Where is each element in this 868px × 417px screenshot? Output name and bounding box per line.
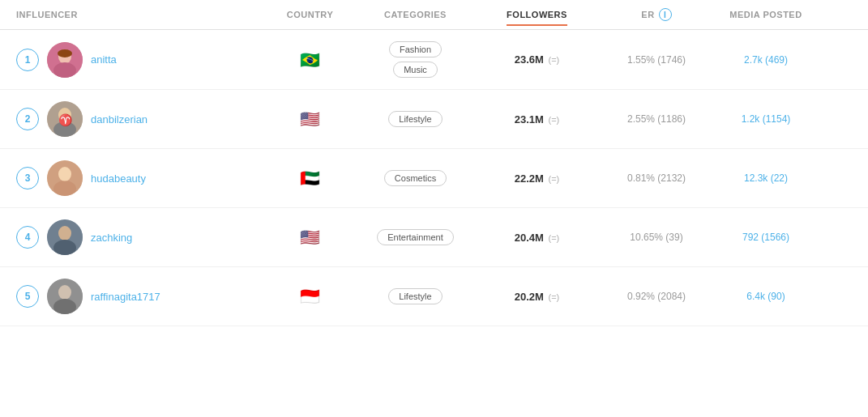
influencer-cell: 4 zachking — [0, 219, 259, 255]
avatar — [47, 219, 83, 255]
followers-eq: (=) — [549, 55, 560, 65]
svg-point-3 — [58, 49, 72, 57]
categories-cell: FashionMusic — [361, 41, 470, 78]
avatar — [47, 160, 83, 196]
table-row: 3 hudabeauty 🇦🇪 Cosmetics 22.2M (=) 0.81… — [0, 149, 868, 208]
influencer-name[interactable]: anitta — [91, 53, 117, 66]
category-tag[interactable]: Lifestyle — [388, 288, 442, 304]
followers-cell: 23.1M (=) — [470, 113, 604, 126]
avatar: ♈ — [47, 101, 83, 137]
media-cell: 792 (1566) — [709, 232, 823, 243]
svg-point-15 — [58, 285, 71, 300]
svg-point-12 — [58, 226, 71, 240]
categories-header: CATEGORIES — [361, 10, 470, 19]
influencer-cell: 1 anitta — [0, 42, 259, 78]
table-row: 1 anitta 🇧🇷 FashionMusic 23.6M (=) 1.55%… — [0, 30, 868, 90]
category-tag[interactable]: Entertainment — [377, 229, 453, 245]
followers-value: 22.2M — [515, 172, 544, 185]
influencer-cell: 5 raffinagita1717 — [0, 279, 259, 314]
followers-eq: (=) — [549, 115, 560, 125]
er-cell: 0.92% (2084) — [604, 291, 709, 302]
influencer-name[interactable]: zachking — [91, 232, 132, 244]
avatar — [47, 42, 83, 78]
influencer-header: INFLUENCER — [0, 10, 259, 19]
media-cell: 6.4k (90) — [709, 291, 823, 302]
rank-circle: 2 — [16, 108, 39, 130]
media-cell: 2.7k (469) — [709, 54, 823, 66]
avatar — [47, 279, 83, 314]
followers-value: 23.6M — [515, 53, 544, 66]
followers-value: 23.1M — [515, 113, 544, 126]
country-cell: 🇮🇩 — [259, 287, 361, 306]
categories-cell: Entertainment — [361, 229, 470, 245]
er-cell: 0.81% (2132) — [604, 172, 709, 184]
categories-cell: Lifestyle — [361, 288, 470, 304]
country-cell: 🇧🇷 — [259, 50, 361, 70]
er-header: ER i — [604, 8, 709, 21]
category-tag[interactable]: Music — [393, 62, 438, 78]
followers-eq: (=) — [549, 233, 560, 243]
svg-text:♈: ♈ — [58, 113, 73, 127]
svg-point-9 — [58, 167, 71, 181]
followers-header[interactable]: FOLLOWERS — [470, 10, 604, 19]
media-cell: 1.2k (1154) — [709, 113, 823, 125]
rank-circle: 5 — [16, 285, 39, 308]
followers-value: 20.2M — [515, 291, 544, 303]
category-tag[interactable]: Fashion — [389, 41, 442, 57]
table-row: 2 ♈ danbilzerian 🇺🇸 Lifestyle 23.1M (=) … — [0, 90, 868, 149]
media-header: MEDIA POSTED — [709, 10, 823, 19]
country-cell: 🇦🇪 — [259, 168, 361, 188]
followers-cell: 23.6M (=) — [470, 53, 604, 66]
followers-header-label: FOLLOWERS — [507, 10, 567, 26]
followers-cell: 20.4M (=) — [470, 232, 604, 244]
er-label: ER — [641, 10, 654, 19]
table-row: 5 raffinagita1717 🇮🇩 Lifestyle 20.2M (=)… — [0, 267, 868, 326]
er-cell: 1.55% (1746) — [604, 54, 709, 66]
influencer-name[interactable]: raffinagita1717 — [91, 291, 160, 303]
country-cell: 🇺🇸 — [259, 228, 361, 247]
rank-circle: 1 — [16, 49, 39, 71]
influencer-name[interactable]: danbilzerian — [91, 113, 148, 126]
followers-value: 20.4M — [515, 232, 544, 244]
categories-cell: Lifestyle — [361, 111, 470, 127]
influencer-cell: 2 ♈ danbilzerian — [0, 101, 259, 137]
category-tag[interactable]: Cosmetics — [384, 170, 447, 186]
influencer-name[interactable]: hudabeauty — [91, 172, 146, 185]
followers-eq: (=) — [549, 174, 560, 184]
er-info-icon[interactable]: i — [659, 8, 672, 21]
followers-eq: (=) — [549, 292, 560, 302]
rank-circle: 4 — [16, 226, 39, 249]
category-tag[interactable]: Lifestyle — [388, 111, 442, 127]
er-cell: 2.55% (1186) — [604, 113, 709, 125]
influencer-table: INFLUENCER COUNTRY CATEGORIES FOLLOWERS … — [0, 0, 868, 326]
er-cell: 10.65% (39) — [604, 232, 709, 243]
followers-cell: 22.2M (=) — [470, 172, 604, 185]
country-header: COUNTRY — [259, 10, 361, 19]
table-body: 1 anitta 🇧🇷 FashionMusic 23.6M (=) 1.55%… — [0, 30, 868, 326]
table-header: INFLUENCER COUNTRY CATEGORIES FOLLOWERS … — [0, 0, 868, 30]
media-cell: 12.3k (22) — [709, 172, 823, 184]
followers-cell: 20.2M (=) — [470, 291, 604, 303]
categories-cell: Cosmetics — [361, 170, 470, 186]
rank-circle: 3 — [16, 167, 39, 189]
table-row: 4 zachking 🇺🇸 Entertainment 20.4M (=) 10… — [0, 208, 868, 267]
influencer-cell: 3 hudabeauty — [0, 160, 259, 196]
country-cell: 🇺🇸 — [259, 109, 361, 129]
